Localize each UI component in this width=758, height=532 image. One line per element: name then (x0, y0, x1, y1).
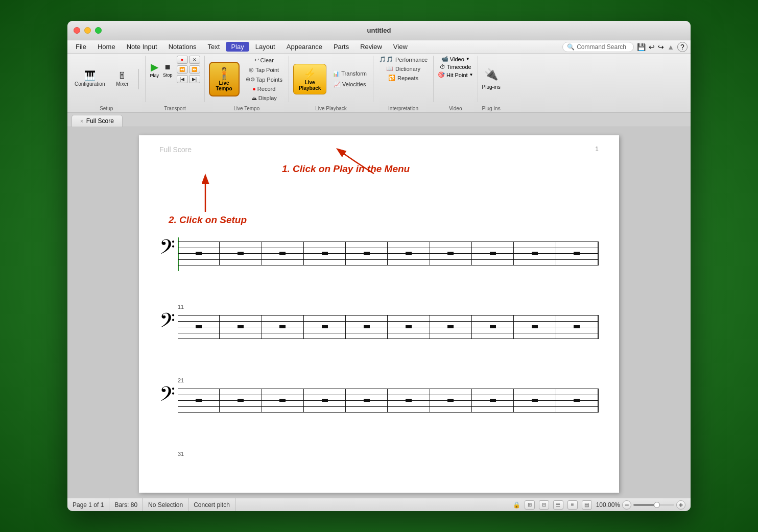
menu-layout[interactable]: Layout (250, 42, 280, 52)
score-label: Full Score (159, 146, 192, 154)
zoom-thumb[interactable] (654, 502, 660, 508)
score-page: Full Score 1 1. Click on Play in the Men… (139, 135, 619, 493)
stop-label: Stop (163, 72, 173, 78)
staff-system-3: 21 𝄢 (159, 377, 599, 420)
bar-row-3 (178, 389, 599, 412)
rewind-button[interactable]: ⏪ (177, 65, 188, 74)
performance-button[interactable]: 🎵🎵 Performance (377, 56, 429, 63)
window-title: untitled (367, 27, 391, 34)
bars-info-label: Bars: 80 (114, 501, 137, 509)
configuration-button[interactable]: 🎹 Configuration (72, 70, 108, 88)
menu-parts[interactable]: Parts (328, 42, 354, 52)
menu-home[interactable]: Home (92, 42, 121, 52)
record-button[interactable]: ● (177, 56, 188, 64)
transform-button[interactable]: 📊 Transform (330, 69, 369, 78)
zoom-level: 100.00% (596, 501, 620, 509)
timecode-button[interactable]: ⏱ Timecode (440, 64, 471, 70)
toolbar-interpretation-section: 🎵🎵 Performance 📖 Dictionary 🔁 Repeats In… (373, 56, 434, 102)
view-mode-4[interactable]: ≡ (567, 500, 578, 510)
hit-point-icon: 🎯 (438, 71, 445, 78)
live-tempo-controls: ↩ Clear ◎ Tap Point ⊚⊚ Tap Points ● Reco… (244, 56, 285, 102)
close-button[interactable] (74, 27, 80, 34)
mark-button[interactable]: ✕ (189, 56, 200, 64)
menu-note-input[interactable]: Note Input (122, 42, 162, 52)
maximize-button[interactable] (95, 27, 102, 34)
tap-points-icon: ⊚⊚ (246, 76, 255, 83)
help-icon[interactable]: ? (677, 42, 688, 52)
full-score-tab[interactable]: × Full Score (72, 115, 123, 127)
transform-icon: 📊 (333, 70, 340, 77)
page-info-label: Page 1 of 1 (73, 501, 104, 509)
record-tempo-button[interactable]: ● Record (244, 85, 285, 93)
tap-point-button[interactable]: ◎ Tap Point (244, 65, 285, 74)
minimize-button[interactable] (84, 27, 91, 34)
toolbar-plugins-section: 🔌 Plug-ins Plug-ins (478, 56, 505, 102)
staff-system-2: 11 𝄢 (159, 304, 599, 347)
timecode-icon: ⏱ (440, 64, 445, 70)
repeats-icon: 🔁 (388, 75, 395, 81)
record-tempo-icon: ● (252, 86, 256, 92)
zoom-in-button[interactable]: + (676, 500, 685, 510)
dictionary-icon: 📖 (386, 65, 393, 72)
warning-icon: ▲ (667, 43, 674, 51)
menu-notations[interactable]: Notations (163, 42, 202, 52)
view-mode-3[interactable]: ☰ (553, 500, 563, 510)
save-icon[interactable]: 💾 (637, 43, 646, 51)
concert-pitch[interactable]: Concert pitch (188, 498, 235, 511)
clear-icon: ↩ (254, 57, 259, 63)
display-button[interactable]: ⛰ Display (244, 94, 285, 102)
tab-close-icon[interactable]: × (80, 118, 83, 124)
tab-bar: × Full Score (67, 113, 691, 127)
live-playback-label: LivePlayback (299, 80, 321, 91)
menu-view[interactable]: View (388, 42, 413, 52)
mixer-button[interactable]: 🎚 Mixer (111, 70, 133, 88)
title-bar: untitled (67, 21, 691, 40)
zoom-slider[interactable] (633, 504, 674, 506)
redo-icon[interactable]: ↪ (658, 43, 664, 51)
score-container[interactable]: Full Score 1 1. Click on Play in the Men… (67, 127, 691, 498)
play-icon: ▶ (151, 61, 158, 73)
live-playback-button[interactable]: ⚡ LivePlayback (293, 64, 326, 94)
toolbar-video-section: 📹 Video ▼ ⏱ Timecode 🎯 Hit Point ▼ Video (434, 56, 478, 102)
video-dropdown-arrow: ▼ (466, 57, 470, 61)
hit-point-button[interactable]: 🎯 Hit Point ▼ (438, 71, 473, 78)
go-end-button[interactable]: ▶| (189, 75, 200, 83)
toolbar: 🎹 Configuration 🎚 Mixer Setup ▶ Play ■ S… (67, 54, 691, 113)
clear-button[interactable]: ↩ Clear (244, 56, 285, 64)
zoom-out-button[interactable]: − (622, 500, 631, 510)
live-tempo-icon: 🧍 (216, 67, 232, 80)
view-mode-5[interactable]: ▤ (582, 500, 592, 510)
concert-pitch-label: Concert pitch (194, 501, 230, 509)
view-mode-1[interactable]: ⊞ (525, 500, 535, 510)
selection-info: No Selection (143, 498, 188, 511)
video-button[interactable]: 📹 Video ▼ (441, 56, 470, 62)
status-bar: Page 1 of 1 Bars: 80 No Selection Concer… (67, 498, 691, 511)
go-start-button[interactable]: |◀ (177, 75, 188, 83)
app-window: untitled File Home Note Input Notations … (67, 21, 691, 511)
velocities-button[interactable]: 📈 Velocities (330, 80, 369, 89)
menu-play[interactable]: Play (226, 42, 249, 52)
tap-point-icon: ◎ (249, 66, 254, 73)
lock-icon: 🔒 (513, 501, 520, 509)
menu-review[interactable]: Review (355, 42, 387, 52)
command-search[interactable]: 🔍 Command Search (562, 42, 634, 52)
dictionary-button[interactable]: 📖 Dictionary (385, 65, 422, 72)
menu-text[interactable]: Text (203, 42, 225, 52)
play-label: Play (150, 73, 159, 78)
fast-forward-button[interactable]: ⏩ (189, 65, 200, 74)
toolbar-transport-section: ▶ Play ■ Stop ● ✕ ⏪ ⏩ (146, 56, 204, 102)
repeats-button[interactable]: 🔁 Repeats (387, 74, 420, 82)
view-mode-2[interactable]: ⊟ (539, 500, 549, 510)
arrow-1-svg (333, 146, 384, 176)
live-tempo-button[interactable]: 🧍 LiveTempo (209, 62, 240, 96)
undo-icon[interactable]: ↩ (649, 43, 655, 51)
tap-points-button[interactable]: ⊚⊚ Tap Points (244, 75, 285, 84)
page-info: Page 1 of 1 (73, 498, 109, 511)
plugins-icon: 🔌 (484, 68, 498, 81)
display-icon: ⛰ (251, 95, 257, 101)
toolbar-live-playback-section: ⚡ LivePlayback 📊 Transform 📈 Velocities … (289, 56, 373, 102)
toolbar-live-tempo-section: 🧍 LiveTempo ↩ Clear ◎ Tap Point ⊚⊚ Tap P… (205, 56, 289, 102)
menu-appearance[interactable]: Appearance (281, 42, 327, 52)
bass-clef-3: 𝄢 (159, 384, 175, 409)
menu-file[interactable]: File (70, 42, 91, 52)
